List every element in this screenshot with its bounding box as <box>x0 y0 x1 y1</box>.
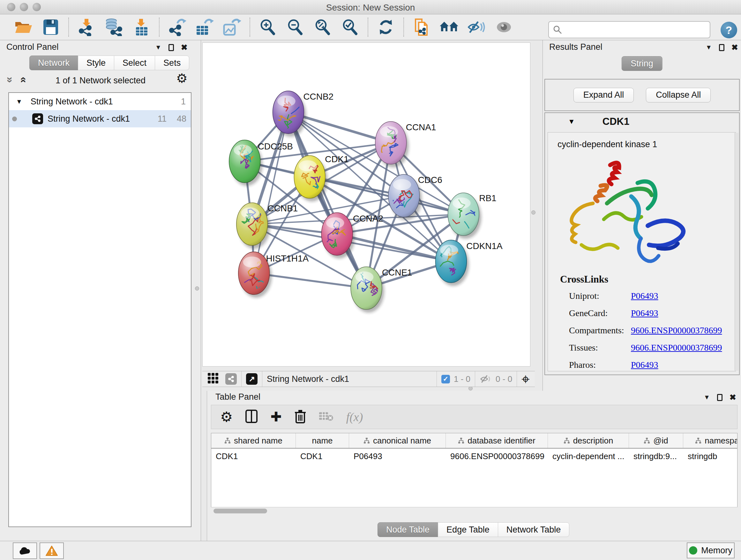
string-style-icon[interactable] <box>225 373 237 385</box>
column-header[interactable]: description <box>548 433 629 448</box>
search-icon <box>553 25 562 35</box>
export-table-button[interactable] <box>191 17 218 37</box>
toolbar-separator <box>159 17 159 37</box>
crosslink-link[interactable]: 9606.ENSP00000378699 <box>631 343 722 353</box>
crosslink-link[interactable]: P06493 <box>631 291 722 301</box>
help-button[interactable]: ? <box>721 22 737 38</box>
table-cell[interactable]: CDK1 <box>211 449 296 464</box>
protein-structure-image <box>562 155 690 277</box>
table-cell[interactable]: P06493 <box>349 449 446 464</box>
column-header[interactable]: canonical name <box>349 433 446 448</box>
crosslink-link[interactable]: 9606.ENSP00000378699 <box>631 325 722 335</box>
network-canvas[interactable]: CCNB2CCNA1CDC25BCDK1CDC6RB1CCNB1CCNA2CDK… <box>202 43 530 367</box>
warnings-button[interactable] <box>40 543 64 559</box>
search-input[interactable] <box>548 21 711 38</box>
network-graph[interactable]: CCNB2CCNA1CDC25BCDK1CDC6RB1CCNB1CCNA2CDK… <box>203 43 530 366</box>
crosslink-label: Compartments: <box>569 325 628 335</box>
first-neighbors-button[interactable] <box>435 17 463 37</box>
collapse-all-button[interactable]: Collapse All <box>646 88 711 103</box>
gear-icon[interactable]: ⚙ <box>176 71 188 85</box>
duplicate-network-button[interactable] <box>408 17 435 37</box>
scrollbar-thumb[interactable] <box>213 509 267 513</box>
table-cell[interactable]: 9606.ENSP00000378699 <box>446 449 548 464</box>
left-splitter-handle[interactable] <box>195 287 199 291</box>
export-network-button[interactable] <box>163 17 191 37</box>
column-header[interactable]: @id <box>629 433 683 448</box>
zoom-out-button[interactable] <box>281 17 309 37</box>
column-header[interactable]: database identifier <box>446 433 548 448</box>
panel-close-icon[interactable]: ✖ <box>181 43 188 52</box>
panel-menu-icon[interactable]: ▼ <box>155 44 161 51</box>
column-header-label: description <box>573 436 613 446</box>
panel-float-icon[interactable] <box>169 44 174 51</box>
selected-checkbox-icon[interactable]: ✓ <box>441 375 450 383</box>
export-table-icon <box>195 18 214 36</box>
column-header[interactable]: shared name <box>211 433 296 448</box>
node-table[interactable]: shared namenamecanonical namedatabase id… <box>211 433 738 515</box>
show-all-button[interactable] <box>490 17 518 37</box>
crosslink-link[interactable]: P06493 <box>631 360 722 370</box>
function-builder-icon: f(x) <box>346 410 363 424</box>
export-image-button[interactable] <box>218 17 246 37</box>
zoom-in-button[interactable] <box>254 17 281 37</box>
collapse-arrow-icon[interactable]: ▼ <box>16 98 22 105</box>
tab-select[interactable]: Select <box>114 56 155 70</box>
memory-label: Memory <box>701 546 732 556</box>
database-import-icon <box>105 18 124 36</box>
eye-icon <box>495 20 512 34</box>
table-horizontal-scrollbar[interactable] <box>211 507 738 515</box>
table-row[interactable]: CDK1CDK1P064939606.ENSP00000378699cyclin… <box>211 449 737 464</box>
memory-button[interactable]: Memory <box>687 543 735 558</box>
birdseye-grid-icon[interactable] <box>207 373 219 385</box>
network-view-toolbar: ↗ String Network - cdk1 ✓ 1 - 0 0 - 0 ⌖ <box>202 371 535 387</box>
zoom-fit-button[interactable] <box>309 17 336 37</box>
right-splitter-handle[interactable] <box>531 210 536 214</box>
open-session-button[interactable] <box>10 17 37 37</box>
cloud-status-button[interactable] <box>13 543 37 559</box>
collapse-arrow-icon[interactable]: ▼ <box>568 118 575 126</box>
tab-string[interactable]: String <box>621 56 663 71</box>
panel-menu-icon[interactable]: ▼ <box>704 394 710 401</box>
gene-section: ▼ CDK1 cyclin-dependent kinase 1 <box>544 112 740 375</box>
panel-close-icon[interactable]: ✖ <box>731 43 738 52</box>
refresh-button[interactable] <box>372 17 400 37</box>
network-collection-row[interactable]: ▼ String Network - cdk1 1 <box>9 93 191 110</box>
crosslink-label: GeneCard: <box>569 308 628 318</box>
open-in-browser-icon[interactable]: ↗ <box>246 373 258 385</box>
table-cell[interactable]: CDK1 <box>296 449 349 464</box>
tab-style[interactable]: Style <box>78 56 114 70</box>
results-scrollbar[interactable] <box>735 133 738 371</box>
node-label: CCNA2 <box>353 213 383 224</box>
crosslink-link[interactable]: P06493 <box>631 308 722 318</box>
panel-close-icon[interactable]: ✖ <box>730 393 736 402</box>
tab-network-table[interactable]: Network Table <box>498 522 569 537</box>
node-label: CCNB1 <box>268 203 298 213</box>
node-label: CCNB2 <box>303 91 333 102</box>
delete-column-icon[interactable] <box>294 409 306 425</box>
save-icon <box>43 19 59 36</box>
column-header[interactable]: namespace <box>683 433 738 448</box>
panel-float-icon[interactable] <box>717 394 723 401</box>
results-panel: Results Panel ▼ ✖ String Expand All Coll… <box>542 40 741 391</box>
tab-network[interactable]: Network <box>29 56 78 70</box>
panel-float-icon[interactable] <box>719 44 724 51</box>
import-table-button[interactable] <box>128 17 155 37</box>
zoom-selected-button[interactable] <box>336 17 364 37</box>
tab-node-table[interactable]: Node Table <box>378 522 438 537</box>
table-cell[interactable]: stringdb <box>683 449 738 464</box>
tab-sets[interactable]: Sets <box>155 56 189 70</box>
zoom-out-icon <box>286 18 304 36</box>
save-session-button[interactable] <box>37 17 64 37</box>
table-cell[interactable]: cyclin-dependent ... <box>548 449 629 464</box>
table-cell[interactable]: stringdb:9... <box>629 449 683 464</box>
tab-edge-table[interactable]: Edge Table <box>438 522 498 537</box>
network-row[interactable]: String Network - cdk1 11 48 <box>9 110 191 127</box>
import-network-button[interactable] <box>73 17 100 37</box>
import-network-from-database-button[interactable] <box>100 17 128 37</box>
expand-all-button[interactable]: Expand All <box>574 88 634 103</box>
show-columns-icon[interactable] <box>246 410 258 424</box>
panel-menu-icon[interactable]: ▼ <box>705 44 712 51</box>
column-header[interactable]: name <box>296 433 349 448</box>
hide-selected-button[interactable] <box>463 17 490 37</box>
gene-section-header[interactable]: ▼ CDK1 <box>545 113 739 130</box>
